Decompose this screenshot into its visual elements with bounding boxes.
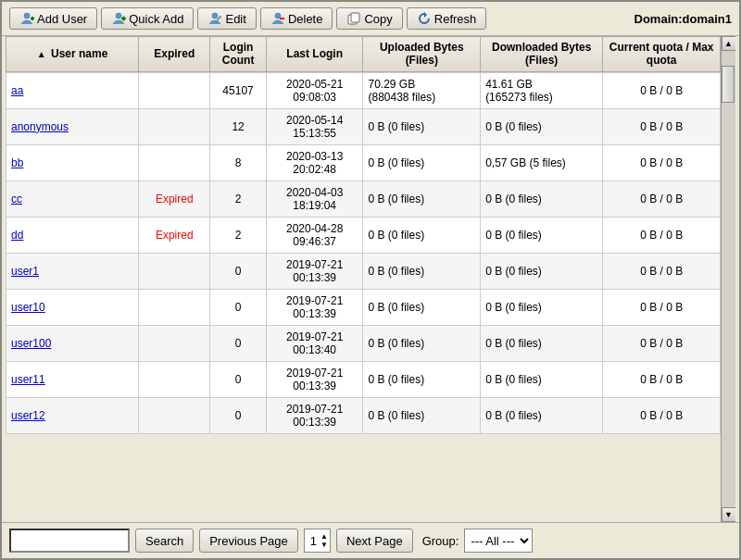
- cell-downloaded: 0 B (0 files): [481, 180, 603, 217]
- cell-logincount: 0: [210, 397, 267, 433]
- cell-logincount: 0: [210, 361, 267, 397]
- cell-uploaded: 0 B (0 files): [363, 253, 481, 289]
- page-up-arrow[interactable]: ▲: [320, 532, 328, 541]
- scrollbar[interactable]: ▲ ▼: [721, 36, 735, 522]
- bottom-bar: Search Previous Page 1 ▲ ▼ Next Page Gro…: [2, 522, 739, 558]
- cell-lastlogin: 2019-07-21 00:13:39: [266, 289, 363, 325]
- cell-username[interactable]: anonymous: [6, 108, 139, 144]
- table-row[interactable]: anonymous122020-05-14 15:13:550 B (0 fil…: [6, 108, 721, 144]
- table-row[interactable]: user1102019-07-21 00:13:390 B (0 files)0…: [6, 361, 721, 397]
- col-header-uploaded: Uploaded Bytes (Files): [363, 37, 481, 72]
- cell-uploaded: 0 B (0 files): [363, 361, 481, 397]
- add-user-button[interactable]: Add User: [9, 7, 97, 30]
- table-container: ▲ User name Expired Login Count Last Log…: [6, 36, 735, 522]
- edit-label: Edit: [225, 12, 245, 26]
- svg-marker-11: [424, 12, 427, 18]
- cell-uploaded: 0 B (0 files): [363, 108, 481, 144]
- prev-page-label: Previous Page: [209, 534, 288, 548]
- delete-button[interactable]: Delete: [260, 7, 333, 30]
- table-row[interactable]: ccExpired22020-04-03 18:19:040 B (0 file…: [6, 180, 721, 217]
- table-row[interactable]: user102019-07-21 00:13:390 B (0 files)0 …: [6, 253, 721, 289]
- cell-logincount: 0: [210, 289, 267, 325]
- page-arrows[interactable]: ▲ ▼: [320, 532, 328, 549]
- page-selector[interactable]: 1 ▲ ▼: [304, 529, 331, 553]
- cell-expired: [139, 253, 210, 289]
- cell-expired: Expired: [139, 217, 210, 253]
- group-select[interactable]: --- All ---: [464, 529, 533, 553]
- cell-expired: [139, 108, 210, 144]
- domain-info: Domain:domain1: [634, 12, 732, 26]
- cell-downloaded: 0 B (0 files): [481, 108, 603, 144]
- cell-lastlogin: 2020-05-14 15:13:55: [266, 108, 363, 144]
- cell-quota: 0 B / 0 B: [603, 253, 721, 289]
- cell-quota: 0 B / 0 B: [603, 72, 721, 108]
- cell-logincount: 45107: [210, 72, 267, 108]
- col-header-username[interactable]: ▲ User name: [6, 37, 139, 72]
- cell-username[interactable]: dd: [6, 217, 139, 253]
- scrollbar-up-btn[interactable]: ▲: [722, 36, 736, 51]
- delete-label: Delete: [288, 12, 323, 26]
- copy-button[interactable]: Copy: [336, 7, 402, 30]
- cell-username[interactable]: user12: [6, 397, 139, 433]
- table-row[interactable]: user1002019-07-21 00:13:390 B (0 files)0…: [6, 289, 721, 325]
- table-row[interactable]: ddExpired22020-04-28 09:46:370 B (0 file…: [6, 217, 721, 253]
- cell-uploaded: 0 B (0 files): [363, 325, 481, 361]
- page-down-arrow[interactable]: ▼: [320, 541, 328, 549]
- cell-uploaded: 0 B (0 files): [363, 289, 481, 325]
- col-expired-label: Expired: [154, 47, 195, 60]
- edit-icon: [207, 11, 222, 26]
- search-label: Search: [145, 534, 183, 548]
- refresh-button[interactable]: Refresh: [407, 7, 487, 30]
- refresh-label: Refresh: [434, 12, 477, 26]
- cell-quota: 0 B / 0 B: [603, 144, 721, 180]
- cell-quota: 0 B / 0 B: [603, 397, 721, 433]
- quick-add-icon: [111, 11, 126, 26]
- cell-logincount: 12: [210, 108, 267, 144]
- cell-username[interactable]: cc: [6, 180, 139, 217]
- next-page-button[interactable]: Next Page: [336, 529, 413, 553]
- prev-page-button[interactable]: Previous Page: [199, 529, 298, 553]
- col-lastlogin-label: Last Login: [286, 47, 343, 60]
- cell-downloaded: 0 B (0 files): [481, 361, 603, 397]
- cell-quota: 0 B / 0 B: [603, 180, 721, 217]
- cell-expired: [139, 397, 210, 433]
- cell-username[interactable]: user1: [6, 253, 139, 289]
- search-button[interactable]: Search: [135, 529, 194, 553]
- next-page-label: Next Page: [346, 534, 403, 548]
- svg-point-6: [212, 13, 218, 19]
- copy-label: Copy: [364, 12, 392, 26]
- cell-downloaded: 0 B (0 files): [481, 253, 603, 289]
- cell-downloaded: 0 B (0 files): [481, 217, 603, 253]
- scrollbar-thumb[interactable]: [722, 66, 735, 103]
- col-downloaded-label: Downloaded Bytes (Files): [492, 41, 591, 67]
- cell-uploaded: 0 B (0 files): [363, 144, 481, 180]
- search-input[interactable]: [9, 529, 130, 553]
- col-username-label: User name: [51, 47, 107, 60]
- table-row[interactable]: user1202019-07-21 00:13:390 B (0 files)0…: [6, 397, 721, 433]
- cell-username[interactable]: bb: [6, 144, 139, 180]
- users-data-table: aa451072020-05-21 09:08:0370.29 GB (8804…: [6, 72, 721, 434]
- cell-expired: [139, 72, 210, 108]
- cell-lastlogin: 2019-07-21 00:13:39: [266, 397, 363, 433]
- cell-expired: Expired: [139, 180, 210, 217]
- table-row[interactable]: bb82020-03-13 20:02:480 B (0 files)0,57 …: [6, 144, 721, 180]
- cell-username[interactable]: user10: [6, 289, 139, 325]
- cell-logincount: 0: [210, 253, 267, 289]
- cell-lastlogin: 2020-03-13 20:02:48: [266, 144, 363, 180]
- cell-quota: 0 B / 0 B: [603, 289, 721, 325]
- quick-add-button[interactable]: Quick Add: [101, 7, 194, 30]
- cell-uploaded: 0 B (0 files): [363, 397, 481, 433]
- table-scroll-area[interactable]: aa451072020-05-21 09:08:0370.29 GB (8804…: [6, 72, 721, 522]
- cell-lastlogin: 2020-04-03 18:19:04: [266, 180, 363, 217]
- cell-username[interactable]: user100: [6, 325, 139, 361]
- table-row[interactable]: user10002019-07-21 00:13:400 B (0 files)…: [6, 325, 721, 361]
- cell-quota: 0 B / 0 B: [603, 325, 721, 361]
- scrollbar-down-btn[interactable]: ▼: [722, 507, 736, 522]
- edit-button[interactable]: Edit: [197, 7, 256, 30]
- cell-username[interactable]: user11: [6, 361, 139, 397]
- col-header-downloaded: Downloaded Bytes (Files): [481, 37, 603, 72]
- users-table: ▲ User name Expired Login Count Last Log…: [6, 36, 721, 72]
- cell-username[interactable]: aa: [6, 72, 139, 108]
- table-row[interactable]: aa451072020-05-21 09:08:0370.29 GB (8804…: [6, 72, 721, 108]
- page-number: 1: [307, 534, 320, 548]
